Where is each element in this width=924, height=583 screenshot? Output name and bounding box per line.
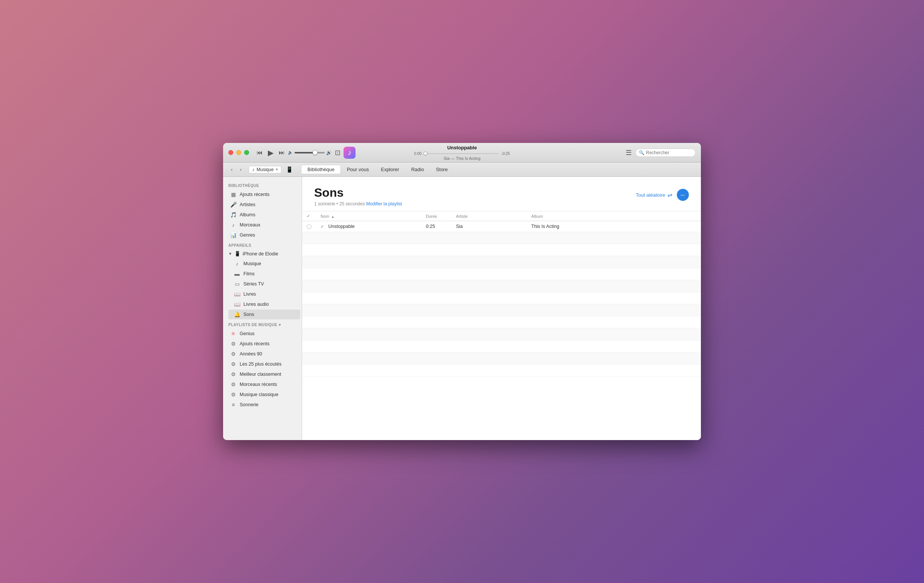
playlists-section-title[interactable]: Playlists de musique ▾	[223, 320, 302, 328]
empty-row	[302, 304, 701, 316]
mic-icon: 🎤	[230, 202, 237, 208]
sidebar-label-genius: Genius	[240, 331, 255, 336]
sidebar-item-genres[interactable]: 📊 Genres	[224, 230, 300, 240]
play-button[interactable]: ▶	[266, 147, 275, 159]
sidebar-item-livres-audio[interactable]: 📖 Livres audio	[228, 300, 300, 309]
search-box: 🔍	[635, 148, 696, 157]
col-header-album[interactable]: Album	[527, 211, 701, 221]
sidebar-item-films[interactable]: ▬ Films	[228, 269, 300, 279]
track-title: Unstoppable	[447, 145, 477, 150]
time-current: 0:00	[414, 152, 421, 156]
content-area: Sons 1 sonnerie • 25 secondes Modifier l…	[302, 177, 701, 440]
empty-row	[302, 316, 701, 328]
row-check-name: ✓ Unstoppable	[316, 221, 421, 232]
tab-bibliotheque[interactable]: Bibliothèque	[301, 165, 341, 174]
sidebar-label-artistes: Artistes	[240, 202, 256, 207]
tab-pour-vous[interactable]: Pour vous	[341, 165, 375, 174]
maximize-button[interactable]	[244, 150, 249, 155]
sidebar-label-sons: Sons	[243, 312, 254, 317]
shuffle-icon: ⇌	[667, 191, 672, 199]
collapse-arrow: ▼	[228, 252, 232, 256]
shuffle-label: Tout aléatoire	[636, 192, 665, 198]
gear-meilleur-icon: ⚙	[230, 371, 237, 377]
sidebar-item-albums[interactable]: 🎵 Albums	[224, 210, 300, 220]
col-header-name[interactable]: Nom ▲	[316, 211, 421, 221]
tab-radio[interactable]: Radio	[405, 165, 430, 174]
sidebar-label-morceaux: Morceaux	[240, 222, 260, 227]
sidebar-item-les-25-plus[interactable]: ⚙ Les 25 plus écoutés	[224, 359, 300, 369]
sidebar-label-annees: Années 90	[240, 351, 262, 357]
sidebar-item-series-tv[interactable]: ▭ Séries TV	[228, 279, 300, 289]
sidebar-label-musique: Musique	[243, 261, 261, 266]
sort-asc-icon: ▲	[331, 215, 335, 219]
progress-track[interactable]	[424, 153, 499, 154]
sidebar-item-livres[interactable]: 📖 Livres	[228, 289, 300, 299]
sidebar-item-morceaux-recents[interactable]: ⚙ Morceaux récents	[224, 379, 300, 389]
tab-explorer[interactable]: Explorer	[375, 165, 405, 174]
iphone-icon: 📱	[234, 251, 241, 257]
progress-bar-container: 0:00 -0:25	[414, 152, 510, 156]
genres-icon: 📊	[230, 232, 237, 238]
sidebar-item-morceaux[interactable]: ♪ Morceaux	[224, 220, 300, 230]
sidebar-item-musique[interactable]: ♪ Musique	[228, 259, 300, 268]
sidebar-item-artistes[interactable]: 🎤 Artistes	[224, 200, 300, 209]
nav-tabs: Bibliothèque Pour vous Explorer Radio St…	[301, 165, 454, 174]
sidebar: Bibliothèque ▦ Ajouts récents 🎤 Artistes…	[223, 177, 302, 440]
gear-classique-icon: ⚙	[230, 392, 237, 398]
sidebar-item-ajouts-recents-pl[interactable]: ⚙ Ajouts récents	[224, 339, 300, 349]
content-header: Sons 1 sonnerie • 25 secondes Modifier l…	[302, 177, 701, 211]
sidebar-label-sonnerie: Sonnerie	[240, 402, 259, 407]
row-album: This Is Acting	[527, 221, 701, 232]
table-row[interactable]: ◯ ✓ Unstoppable 0:25 Sia This Is Acting	[302, 221, 701, 232]
more-button[interactable]: •••	[677, 189, 689, 201]
sidebar-item-meilleur[interactable]: ⚙ Meilleur classement	[224, 369, 300, 379]
row-track-name: Unstoppable	[328, 224, 355, 229]
sidebar-item-ajouts-recents[interactable]: ▦ Ajouts récents	[224, 189, 300, 199]
table-header-row: ✓ Nom ▲ Durée Artiste Albu	[302, 211, 701, 221]
airplay-button[interactable]: ⊡	[335, 148, 340, 157]
sidebar-label-25plus: Les 25 plus écoutés	[240, 361, 281, 367]
sidebar-item-sons[interactable]: 🔔 Sons	[228, 310, 300, 319]
titlebar: ⏮ ▶ ⏭ 🔈 🔊 ⊡ ♪ Unstoppable 0:00	[223, 143, 701, 163]
main-area: Bibliothèque ▦ Ajouts récents 🎤 Artistes…	[223, 177, 701, 440]
volume-track[interactable]	[295, 152, 325, 153]
back-button[interactable]: ‹	[228, 165, 236, 174]
fast-forward-button[interactable]: ⏭	[277, 148, 286, 158]
gear-recents-icon: ⚙	[230, 381, 237, 387]
sidebar-label-morceaux-recents: Morceaux récents	[240, 382, 277, 387]
empty-row	[302, 328, 701, 340]
rewind-button[interactable]: ⏮	[255, 148, 264, 158]
minimize-button[interactable]	[236, 150, 241, 155]
col-header-duration[interactable]: Durée	[421, 211, 452, 221]
sidebar-item-genius[interactable]: ✳ Genius	[224, 329, 300, 339]
device-header[interactable]: ▼ 📱 iPhone de Elodie	[223, 249, 302, 259]
modify-playlist-link[interactable]: Modifier la playlist	[366, 201, 402, 206]
genius-icon: ✳	[230, 331, 237, 337]
sidebar-label-albums: Albums	[240, 212, 256, 217]
breadcrumb-label: Musique	[257, 167, 274, 172]
device-button[interactable]: 📱	[285, 165, 294, 174]
close-button[interactable]	[228, 150, 233, 155]
empty-row	[302, 340, 701, 352]
subtitle-count: 1 sonnerie • 25 secondes	[314, 201, 365, 206]
more-dots-icon: •••	[681, 193, 685, 197]
film-icon: ▬	[234, 271, 241, 277]
list-view-button[interactable]: ☰	[625, 148, 632, 157]
col-header-artist[interactable]: Artiste	[452, 211, 527, 221]
empty-row	[302, 244, 701, 256]
tab-store[interactable]: Store	[430, 165, 454, 174]
track-table: ✓ Nom ▲ Durée Artiste Albu	[302, 211, 701, 377]
sonnerie-icon: ≡	[230, 402, 237, 408]
page-subtitle: 1 sonnerie • 25 secondes Modifier la pla…	[314, 201, 402, 206]
search-input[interactable]	[646, 150, 692, 155]
empty-row	[302, 268, 701, 280]
sidebar-item-musique-classique[interactable]: ⚙ Musique classique	[224, 390, 300, 399]
gear-annees-icon: ⚙	[230, 351, 237, 357]
sidebar-item-annees-90[interactable]: ⚙ Années 90	[224, 349, 300, 359]
bibliotheque-section-title: Bibliothèque	[223, 181, 302, 189]
forward-button[interactable]: ›	[237, 165, 245, 174]
gear-25-icon: ⚙	[230, 361, 237, 367]
shuffle-button[interactable]: Tout aléatoire ⇌	[636, 191, 672, 199]
sidebar-item-sonnerie[interactable]: ≡ Sonnerie	[224, 400, 300, 410]
traffic-lights	[223, 150, 249, 155]
